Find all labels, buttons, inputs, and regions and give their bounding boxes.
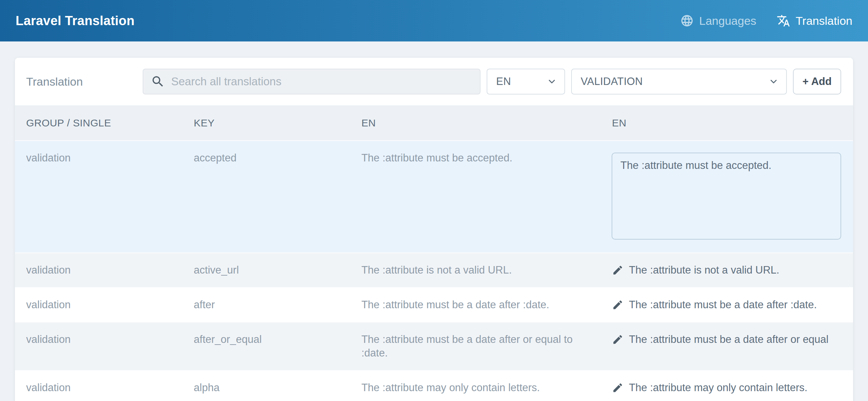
search-box <box>143 69 481 94</box>
panel-title: Translation <box>26 75 137 88</box>
table-row: validation active_url The :attribute is … <box>15 253 853 287</box>
col-header-target-en: EN <box>601 105 853 141</box>
cell-key: after_or_equal <box>183 322 350 370</box>
table-row: validation alpha The :attribute may only… <box>15 370 853 401</box>
cell-source: The :attribute may only contain letters. <box>350 370 601 401</box>
group-select[interactable]: VALIDATION <box>571 69 787 94</box>
translations-table: GROUP / SINGLE KEY EN EN validation acce… <box>15 105 853 401</box>
translation-text: The :attribute is not a valid URL. <box>629 263 779 277</box>
cell-translation: The :attribute is not a valid URL. <box>601 253 853 287</box>
col-header-source-en: EN <box>350 105 601 141</box>
col-header-group: GROUP / SINGLE <box>15 105 183 141</box>
table-row: validation accepted The :attribute must … <box>15 141 853 253</box>
translation-text: The :attribute may only contain letters. <box>629 381 808 395</box>
nav-languages-label: Languages <box>699 14 756 28</box>
pencil-icon[interactable] <box>612 299 623 311</box>
cell-translation: The :attribute must be accepted. <box>601 141 853 253</box>
cell-translation: The :attribute must be a date after :dat… <box>601 287 853 322</box>
globe-icon <box>680 14 694 28</box>
nav-translation[interactable]: Translation <box>777 14 852 28</box>
table-row: validation after_or_equal The :attribute… <box>15 322 853 370</box>
search-icon <box>151 74 165 89</box>
cell-key: after <box>183 287 350 322</box>
pencil-icon[interactable] <box>612 334 623 345</box>
table-row: validation after The :attribute must be … <box>15 287 853 322</box>
cell-source: The :attribute must be accepted. <box>350 141 601 253</box>
nav-languages[interactable]: Languages <box>680 14 756 28</box>
top-nav: Languages Translation <box>680 14 852 28</box>
cell-group: validation <box>15 322 183 370</box>
cell-translation: The :attribute may only contain letters. <box>601 370 853 401</box>
locale-select[interactable]: EN <box>487 69 565 94</box>
app-header: Laravel Translation Languages Translatio… <box>0 0 868 41</box>
app-title: Laravel Translation <box>16 14 134 28</box>
chevron-down-icon <box>547 76 557 87</box>
cell-source: The :attribute must be a date after :dat… <box>350 287 601 322</box>
table-header-row: GROUP / SINGLE KEY EN EN <box>15 105 853 141</box>
col-header-key: KEY <box>183 105 350 141</box>
search-input[interactable] <box>171 75 472 88</box>
toolbar: Translation EN VALIDATION + Add <box>15 58 853 105</box>
locale-select-value: EN <box>496 75 511 88</box>
translation-text: The :attribute must be a date after :dat… <box>629 298 817 312</box>
cell-group: validation <box>15 253 183 287</box>
cell-key: active_url <box>183 253 350 287</box>
pencil-icon[interactable] <box>612 382 623 394</box>
translation-text: The :attribute must be a date after or e… <box>629 333 829 346</box>
cell-translation: The :attribute must be a date after or e… <box>601 322 853 370</box>
cell-key: alpha <box>183 370 350 401</box>
chevron-down-icon <box>768 76 779 87</box>
group-select-value: VALIDATION <box>581 75 643 88</box>
translation-edit-textarea[interactable]: The :attribute must be accepted. <box>612 153 841 240</box>
translation-panel: Translation EN VALIDATION + Add GROUP / … <box>15 58 853 401</box>
cell-source: The :attribute must be a date after or e… <box>350 322 601 370</box>
cell-group: validation <box>15 141 183 253</box>
pencil-icon[interactable] <box>612 264 623 276</box>
cell-key: accepted <box>183 141 350 253</box>
nav-translation-label: Translation <box>796 14 852 28</box>
cell-source: The :attribute is not a valid URL. <box>350 253 601 287</box>
translate-icon <box>777 14 790 28</box>
cell-group: validation <box>15 287 183 322</box>
add-button[interactable]: + Add <box>793 69 841 94</box>
cell-group: validation <box>15 370 183 401</box>
